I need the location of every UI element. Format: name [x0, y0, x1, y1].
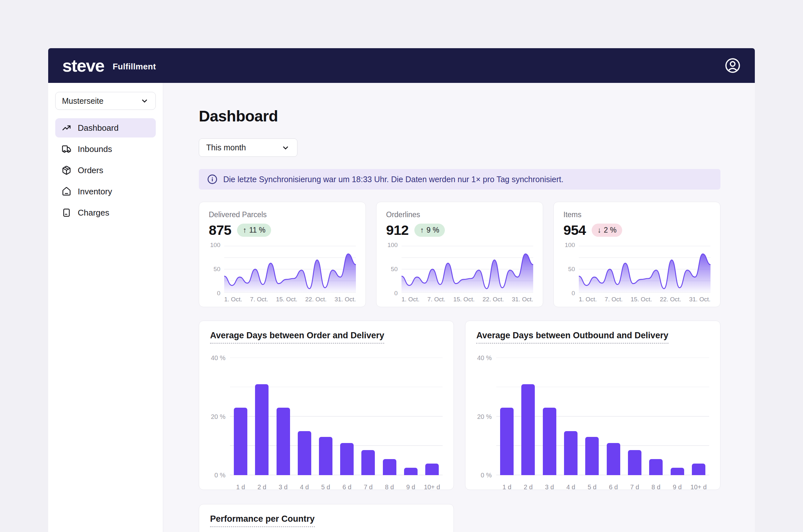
kpi-delta-badge: ↑11 % — [237, 224, 271, 237]
sidebar-item-charges[interactable]: Charges — [55, 203, 156, 222]
x-tick: 7. Oct. — [250, 296, 268, 303]
sidebar-item-dashboard[interactable]: Dashboard — [55, 118, 156, 137]
chart-title[interactable]: Average Days between Outbound and Delive… — [476, 330, 668, 344]
x-tick: 7 d — [358, 483, 379, 491]
x-tick: 1. Oct. — [224, 296, 242, 303]
user-avatar-icon[interactable] — [725, 57, 741, 74]
bar-9 d — [404, 468, 418, 475]
y-tick: 20 % — [477, 413, 492, 420]
sync-banner: Die letzte Synchronisierung war um 18:33… — [199, 169, 721, 190]
bar-1 d — [234, 408, 247, 475]
y-tick: 50 — [391, 266, 398, 273]
x-tick: 7. Oct. — [605, 296, 623, 303]
bar-4 d — [564, 431, 577, 475]
x-tick: 2 d — [517, 483, 539, 491]
x-tick: 7. Oct. — [427, 296, 445, 303]
product-name: Fulfillment — [113, 62, 156, 72]
bar-5 d — [319, 437, 332, 475]
y-tick: 50 — [214, 266, 221, 273]
x-tick: 15. Oct. — [631, 296, 652, 303]
chevron-down-icon — [140, 96, 149, 106]
workspace-selector[interactable]: Musterseite — [55, 92, 156, 110]
x-tick: 9 d — [667, 483, 688, 491]
bar-6 d — [607, 443, 620, 475]
y-tick: 0 — [394, 290, 398, 297]
bar-10+ d — [425, 463, 439, 475]
x-tick: 8 d — [645, 483, 667, 491]
truck-icon — [62, 144, 71, 154]
chart-card-performance-per-country: Performance per Country — [199, 504, 454, 532]
kpi-sparkline: 100500 — [386, 245, 533, 293]
kpi-card-items: Items 954 ↓2 % 100500 1. Oct.7. Oct.15. … — [553, 202, 721, 307]
main-content: Dashboard This month Die letzte Synchron… — [163, 83, 755, 532]
x-tick: 5 d — [315, 483, 336, 491]
home-icon — [62, 187, 71, 196]
x-tick: 1. Oct. — [579, 296, 597, 303]
sidebar-item-label: Dashboard — [78, 123, 118, 133]
kpi-row: Delivered Parcels 875 ↑11 % 100500 1. Oc… — [199, 202, 721, 307]
sidebar-item-label: Inventory — [78, 187, 112, 196]
x-tick: 31. Oct. — [689, 296, 710, 303]
sidebar-nav: DashboardInboundsOrdersInventoryCharges — [55, 118, 156, 222]
sidebar-item-inbounds[interactable]: Inbounds — [55, 139, 156, 159]
chevron-down-icon — [281, 143, 290, 152]
x-tick: 6 d — [336, 483, 358, 491]
bar-chart-order-delivery: 40 %20 %0 % 1 d2 d3 d4 d5 d6 d7 d8 d9 d1… — [210, 358, 443, 491]
y-tick: 0 % — [214, 472, 226, 479]
x-tick: 1. Oct. — [402, 296, 420, 303]
x-tick: 8 d — [379, 483, 400, 491]
chart-card-order-delivery: Average Days between Order and Delivery … — [199, 321, 454, 490]
charts-row: Average Days between Order and Delivery … — [199, 321, 721, 490]
x-tick: 10+ d — [688, 483, 709, 491]
page-title: Dashboard — [199, 107, 721, 125]
x-tick: 3 d — [272, 483, 293, 491]
period-selector[interactable]: This month — [199, 138, 298, 157]
kpi-label: Items — [563, 210, 710, 219]
y-tick: 20 % — [211, 413, 226, 420]
kpi-delta-badge: ↓2 % — [592, 224, 622, 237]
kpi-sparkline: 100500 — [209, 245, 356, 293]
app-window: steve Fulfillment Musterseite DashboardI… — [48, 48, 755, 532]
x-tick: 4 d — [560, 483, 581, 491]
package-icon — [62, 166, 71, 175]
x-tick: 15. Oct. — [276, 296, 298, 303]
bar-10+ d — [692, 463, 705, 475]
kpi-delta-badge: ↑9 % — [414, 224, 445, 237]
x-tick: 3 d — [539, 483, 560, 491]
app-header: steve Fulfillment — [48, 48, 755, 83]
sidebar-item-label: Charges — [78, 208, 109, 218]
sidebar-item-orders[interactable]: Orders — [55, 160, 156, 180]
kpi-label: Orderlines — [386, 210, 533, 219]
y-tick: 100 — [210, 242, 221, 249]
arrow-up-icon: ↑ — [420, 226, 424, 234]
x-tick: 22. Oct. — [482, 296, 504, 303]
y-tick: 40 % — [211, 354, 226, 362]
bar-1 d — [500, 408, 514, 475]
bar-7 d — [361, 450, 375, 475]
x-tick: 31. Oct. — [334, 296, 356, 303]
steve-logo: steve — [62, 57, 104, 74]
bar-8 d — [649, 459, 663, 475]
y-tick: 50 — [568, 266, 575, 273]
kpi-label: Delivered Parcels — [209, 210, 356, 219]
x-tick: 5 d — [581, 483, 603, 491]
receipt-icon — [62, 208, 71, 217]
y-tick: 100 — [387, 242, 398, 249]
arrow-down-icon: ↓ — [597, 226, 601, 234]
bar-3 d — [276, 408, 290, 475]
chart-title[interactable]: Performance per Country — [210, 514, 315, 527]
y-tick: 100 — [565, 242, 575, 249]
x-tick: 2 d — [251, 483, 272, 491]
sidebar-item-label: Orders — [78, 166, 103, 175]
chart-title[interactable]: Average Days between Order and Delivery — [210, 330, 384, 344]
x-tick: 10+ d — [421, 483, 443, 491]
bar-2 d — [255, 384, 269, 475]
x-tick: 1 d — [496, 483, 517, 491]
sidebar-item-inventory[interactable]: Inventory — [55, 182, 156, 201]
x-tick: 4 d — [294, 483, 315, 491]
workspace-selector-label: Musterseite — [62, 96, 103, 106]
y-tick: 0 — [571, 290, 575, 297]
bar-2 d — [521, 384, 535, 475]
bar-4 d — [298, 431, 311, 475]
x-tick: 1 d — [230, 483, 251, 491]
